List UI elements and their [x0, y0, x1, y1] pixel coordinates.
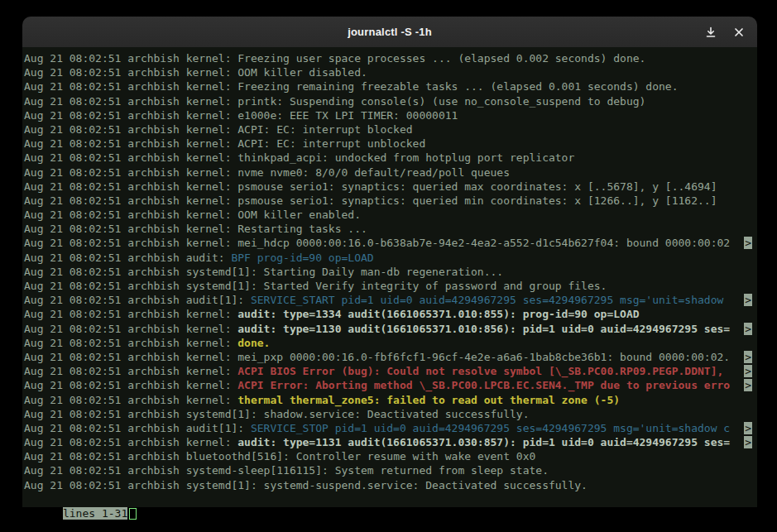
log-line-prefix: Aug 21 08:02:51 archbish kernel: — [24, 337, 237, 349]
pager-line-count: lines 1-31 — [63, 507, 127, 520]
log-line-message: ACPI BIOS Error (bug): Could not resolve… — [237, 365, 723, 377]
log-line-message: Restarting tasks ... — [237, 223, 367, 235]
download-icon — [705, 26, 717, 38]
log-line-prefix: Aug 21 08:02:51 archbish systemd[1]: — [24, 408, 264, 420]
log-line-prefix: Aug 21 08:02:51 archbish systemd-sleep[1… — [24, 464, 335, 477]
log-line: Aug 21 08:02:51 archbish kernel: ACPI BI… — [24, 364, 757, 378]
log-line-prefix: Aug 21 08:02:51 archbish kernel: — [24, 166, 237, 179]
log-line: Aug 21 08:02:51 archbish kernel: mei_pxp… — [24, 350, 757, 364]
log-line-message: ACPI: EC: interrupt unblocked — [237, 137, 425, 150]
log-line-message: audit: type=1334 audit(1661065371.010:85… — [237, 308, 639, 320]
close-button[interactable] — [729, 22, 749, 42]
log-line-message: audit: type=1131 audit(1661065371.030:85… — [237, 436, 730, 448]
log-line-message: psmouse serio1: synaptics: queried min c… — [237, 194, 717, 207]
log-line-message: e1000e: EEE TX LPI TIMER: 00000011 — [237, 109, 458, 122]
log-line-prefix: Aug 21 08:02:51 archbish systemd[1]: — [24, 266, 264, 278]
log-line-message: SERVICE_STOP pid=1 uid=0 auid=4294967295… — [251, 422, 730, 434]
log-line: Aug 21 08:02:51 archbish systemd[1]: sys… — [24, 478, 757, 492]
log-line: Aug 21 08:02:51 archbish systemd-sleep[1… — [24, 463, 757, 477]
log-line-prefix: Aug 21 08:02:51 archbish audit[1]: — [24, 422, 251, 434]
log-line: Aug 21 08:02:51 archbish kernel: Restart… — [24, 222, 757, 236]
log-line-message: mei_pxp 0000:00:16.0-fbf6fcf1-96cf-4e2e-… — [237, 351, 730, 363]
log-line-prefix: Aug 21 08:02:51 archbish kernel: — [24, 95, 237, 108]
truncation-marker: > — [744, 422, 752, 434]
log-line-message: nvme nvme0: 8/0/0 default/read/poll queu… — [237, 166, 510, 179]
titlebar-buttons — [701, 17, 749, 47]
download-button[interactable] — [701, 22, 721, 42]
log-line-prefix: Aug 21 08:02:51 archbish kernel: — [24, 109, 237, 122]
log-line: Aug 21 08:02:51 archbish kernel: audit: … — [24, 435, 757, 449]
log-line-prefix: Aug 21 08:02:51 archbish kernel: — [24, 194, 237, 207]
log-line-message: Starting Daily man-db regeneration... — [264, 266, 504, 278]
terminal-window: journalctl -S -1h Aug 21 08:02:5 — [22, 17, 757, 507]
log-line: Aug 21 08:02:51 archbish kernel: ACPI: E… — [24, 137, 757, 151]
truncation-marker: > — [744, 237, 752, 249]
pager-status-line: lines 1-31 — [24, 492, 757, 506]
log-line-message: OOM killer disabled. — [237, 66, 367, 79]
log-line-message: mei_hdcp 0000:00:16.0-b638ab7e-94e2-4ea2… — [237, 237, 730, 249]
truncation-marker: > — [744, 365, 752, 377]
log-line-message: shadow.service: Deactivated successfully… — [264, 408, 530, 420]
log-line-prefix: Aug 21 08:02:51 archbish kernel: — [24, 80, 237, 93]
log-line-prefix: Aug 21 08:02:51 archbish audit[1]: — [24, 294, 251, 306]
log-line: Aug 21 08:02:51 archbish audit[1]: SERVI… — [24, 421, 757, 435]
terminal-output[interactable]: Aug 21 08:02:51 archbish kernel: Freezin… — [22, 47, 757, 507]
log-line-prefix: Aug 21 08:02:51 archbish kernel: — [24, 123, 237, 136]
log-line: Aug 21 08:02:51 archbish kernel: e1000e:… — [24, 108, 757, 122]
log-line: Aug 21 08:02:51 archbish kernel: audit: … — [24, 307, 757, 321]
log-line-message: psmouse serio1: synaptics: queried max c… — [237, 180, 717, 193]
log-line-prefix: Aug 21 08:02:51 archbish kernel: — [24, 436, 237, 448]
log-line: Aug 21 08:02:51 archbish kernel: ACPI Er… — [24, 378, 757, 392]
log-line-message: BPF prog-id=90 op=LOAD — [231, 252, 373, 264]
log-line-prefix: Aug 21 08:02:51 archbish kernel: — [24, 137, 237, 150]
truncation-marker: > — [744, 379, 752, 391]
log-line-prefix: Aug 21 08:02:51 archbish audit: — [24, 252, 231, 264]
log-line-prefix: Aug 21 08:02:51 archbish bluetoothd[516]… — [24, 450, 296, 463]
log-line: Aug 21 08:02:51 archbish kernel: mei_hdc… — [24, 236, 757, 250]
log-line-prefix: Aug 21 08:02:51 archbish kernel: — [24, 151, 237, 164]
log-line-prefix: Aug 21 08:02:51 archbish kernel: — [24, 308, 237, 320]
log-line-prefix: Aug 21 08:02:51 archbish kernel: — [24, 237, 237, 249]
log-line-message: ACPI Error: Aborting method \_SB.PC00.LP… — [237, 379, 730, 391]
log-line: Aug 21 08:02:51 archbish kernel: psmouse… — [24, 194, 757, 208]
log-line-prefix: Aug 21 08:02:51 archbish kernel: — [24, 223, 237, 235]
log-line-message: systemd-suspend.service: Deactivated suc… — [264, 479, 588, 491]
log-line-message: printk: Suspending console(s) (use no_co… — [237, 95, 645, 108]
log-line-message: SERVICE_START pid=1 uid=0 auid=429496729… — [251, 294, 723, 306]
log-line: Aug 21 08:02:51 archbish kernel: Freezin… — [24, 51, 757, 65]
log-line-prefix: Aug 21 08:02:51 archbish kernel: — [24, 351, 237, 363]
truncation-marker: > — [744, 351, 752, 363]
truncation-marker: > — [744, 323, 752, 335]
log-line-prefix: Aug 21 08:02:51 archbish kernel: — [24, 180, 237, 193]
log-line-message: audit: type=1130 audit(1661065371.010:85… — [237, 323, 730, 335]
log-line: Aug 21 08:02:51 archbish kernel: thinkpa… — [24, 151, 757, 165]
titlebar[interactable]: journalctl -S -1h — [22, 17, 757, 47]
log-line-message: Controller resume with wake event 0x0 — [296, 450, 536, 463]
log-line-prefix: Aug 21 08:02:51 archbish kernel: — [24, 379, 237, 391]
log-line-prefix: Aug 21 08:02:51 archbish systemd[1]: — [24, 479, 264, 491]
log-line-message: ACPI: EC: interrupt blocked — [237, 123, 412, 136]
log-line: Aug 21 08:02:51 archbish systemd[1]: Sta… — [24, 265, 757, 279]
log-line: Aug 21 08:02:51 archbish kernel: psmouse… — [24, 180, 757, 194]
desktop: { "window": { "title": "journalctl -S -1… — [0, 0, 777, 532]
log-line-message: Freezing remaining freezable tasks ... (… — [237, 80, 678, 93]
log-line: Aug 21 08:02:51 archbish kernel: Freezin… — [24, 79, 757, 93]
log-line: Aug 21 08:02:51 archbish kernel: nvme nv… — [24, 165, 757, 180]
log-line-prefix: Aug 21 08:02:51 archbish kernel: — [24, 66, 237, 79]
log-line: Aug 21 08:02:51 archbish kernel: OOM kil… — [24, 208, 757, 222]
log-line-prefix: Aug 21 08:02:51 archbish kernel: — [24, 208, 237, 221]
log-line: Aug 21 08:02:51 archbish kernel: OOM kil… — [24, 65, 757, 79]
log-line: Aug 21 08:02:51 archbish kernel: done. — [24, 336, 757, 350]
window-title: journalctl -S -1h — [348, 26, 432, 38]
log-line: Aug 21 08:02:51 archbish kernel: printk:… — [24, 94, 757, 108]
log-line: Aug 21 08:02:51 archbish systemd[1]: Sta… — [24, 279, 757, 293]
log-line-prefix: Aug 21 08:02:51 archbish systemd[1]: — [24, 280, 264, 292]
log-line: Aug 21 08:02:51 archbish kernel: ACPI: E… — [24, 122, 757, 137]
log-line-prefix: Aug 21 08:02:51 archbish kernel: — [24, 52, 237, 65]
log-line-message: System returned from sleep state. — [335, 464, 549, 477]
log-line-message: OOM killer enabled. — [237, 208, 361, 221]
log-line-message: thinkpad_acpi: undocked from hotplug por… — [237, 151, 574, 164]
truncation-marker: > — [744, 436, 752, 448]
log-line-prefix: Aug 21 08:02:51 archbish kernel: — [24, 394, 237, 406]
log-line-message: thermal thermal_zone5: failed to read ou… — [237, 394, 620, 406]
